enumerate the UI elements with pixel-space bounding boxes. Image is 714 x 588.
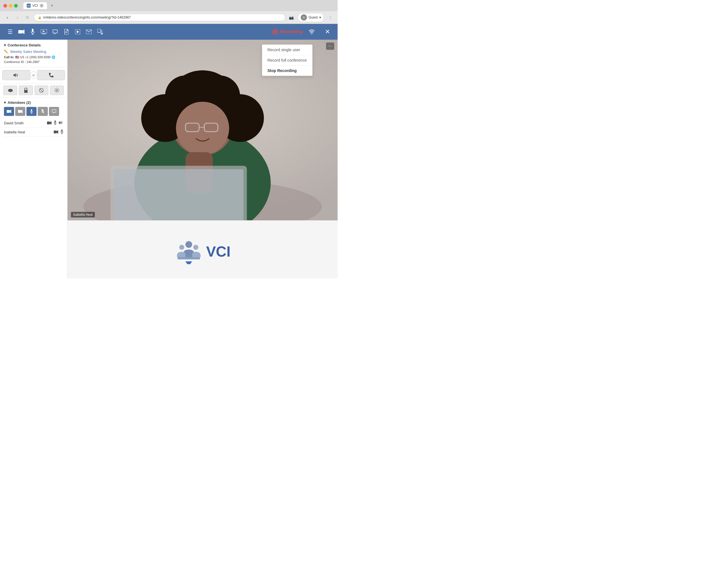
browser-addressbar: ‹ › ↻ 🔒 m4demo.videoconferencinginfo.com… bbox=[0, 11, 338, 24]
svg-marker-13 bbox=[77, 30, 79, 33]
video-toggle-button[interactable] bbox=[16, 26, 27, 37]
svg-marker-34 bbox=[50, 121, 51, 125]
mic-toggle-button[interactable] bbox=[27, 26, 38, 37]
svg-rect-33 bbox=[47, 122, 50, 124]
guest-avatar: G bbox=[301, 14, 307, 21]
attendee-audio-icon[interactable] bbox=[59, 121, 63, 125]
stop-recording-option[interactable]: Stop Recording bbox=[262, 66, 312, 76]
settings-row bbox=[0, 83, 67, 98]
recording-dropdown: Record single user Record full conferenc… bbox=[262, 44, 313, 76]
guest-chevron-icon: ▾ bbox=[319, 16, 321, 19]
chevron-down-icon: ▾ bbox=[4, 43, 6, 47]
svg-rect-28 bbox=[31, 109, 32, 112]
svg-rect-41 bbox=[61, 129, 62, 132]
attendees-chevron-icon: ▾ bbox=[4, 101, 6, 105]
svg-rect-65 bbox=[114, 169, 243, 220]
wifi-icon bbox=[306, 26, 317, 37]
svg-rect-39 bbox=[54, 130, 57, 133]
svg-marker-1 bbox=[22, 29, 24, 34]
document-button[interactable] bbox=[61, 26, 72, 37]
close-window-button[interactable] bbox=[3, 4, 7, 7]
join-button[interactable] bbox=[94, 26, 106, 37]
speaker-button[interactable] bbox=[2, 70, 30, 80]
table-row: David Smith bbox=[4, 119, 63, 128]
attendee-video-icon[interactable] bbox=[54, 130, 58, 134]
tab-favicon: VCI bbox=[27, 4, 31, 7]
svg-rect-19 bbox=[24, 90, 27, 93]
recording-button[interactable]: Recording bbox=[272, 29, 303, 35]
tab-bar: VCI VCI ✕ + bbox=[23, 2, 56, 9]
guest-profile-button[interactable]: G Guest ▾ bbox=[298, 13, 324, 22]
recording-dot-fill bbox=[274, 30, 276, 33]
menu-icon[interactable]: ☰ bbox=[4, 26, 16, 37]
close-button[interactable]: ✕ bbox=[322, 26, 333, 37]
edit-icon: ✏️ bbox=[4, 49, 8, 54]
tab-close-button[interactable]: ✕ bbox=[40, 4, 44, 7]
meeting-title[interactable]: ✏️ Weekly Sales Meeting bbox=[4, 49, 63, 54]
flag-icon: 🇺🇸 bbox=[15, 56, 20, 59]
vci-text: VCI bbox=[206, 243, 231, 260]
browser-actions: 📷 G Guest ▾ ⋮ bbox=[288, 13, 334, 22]
mute-button[interactable] bbox=[35, 86, 48, 95]
app-header: ☰ bbox=[0, 24, 338, 40]
video-all-button[interactable] bbox=[4, 107, 14, 116]
phone-section: or bbox=[0, 67, 67, 83]
svg-point-66 bbox=[185, 241, 192, 248]
chat-all-button[interactable] bbox=[49, 107, 59, 116]
or-badge: or bbox=[30, 71, 37, 79]
guest-label: Guest bbox=[309, 16, 318, 19]
back-button[interactable]: ‹ bbox=[3, 14, 11, 21]
camera-action-button[interactable]: 📷 bbox=[288, 14, 295, 21]
svg-rect-35 bbox=[55, 121, 56, 123]
mic-off-all-button[interactable] bbox=[38, 107, 48, 116]
lock-icon: 🔒 bbox=[38, 16, 41, 19]
new-tab-button[interactable]: + bbox=[49, 2, 56, 9]
video-off-all-button[interactable] bbox=[15, 107, 25, 116]
mic-all-button[interactable] bbox=[26, 107, 37, 116]
url-text: m4demo.videoconferencinginfo.com/meeting… bbox=[43, 16, 131, 19]
play-button[interactable] bbox=[72, 26, 83, 37]
svg-rect-0 bbox=[18, 30, 22, 34]
maximize-window-button[interactable] bbox=[14, 4, 18, 7]
record-full-conference-option[interactable]: Record full conference bbox=[262, 55, 312, 65]
gear-settings-button[interactable] bbox=[50, 86, 64, 95]
svg-marker-70 bbox=[185, 261, 192, 264]
recording-label: Recording bbox=[280, 29, 303, 34]
attendee-mic-icon[interactable] bbox=[54, 121, 57, 126]
conference-details-header[interactable]: ▾ Conference Details bbox=[4, 43, 63, 47]
call-in-number: US +1 (206) 928-9280 bbox=[20, 56, 51, 59]
mail-button[interactable] bbox=[83, 26, 94, 37]
vci-icon bbox=[175, 239, 203, 264]
record-single-user-option[interactable]: Record single user bbox=[262, 45, 312, 55]
conference-details-section: ▾ Conference Details ✏️ Weekly Sales Mee… bbox=[0, 40, 67, 67]
chat-button[interactable] bbox=[49, 26, 61, 37]
bell-button[interactable] bbox=[3, 86, 17, 95]
attendee-mic-icon[interactable] bbox=[61, 129, 63, 135]
video-options-button[interactable]: ··· bbox=[326, 42, 334, 50]
svg-rect-23 bbox=[7, 110, 9, 113]
svg-point-68 bbox=[193, 245, 198, 250]
conference-details-label: Conference Details bbox=[7, 43, 41, 47]
app: ☰ bbox=[0, 24, 338, 278]
recording-indicator bbox=[272, 29, 278, 35]
phone-button[interactable] bbox=[37, 70, 65, 80]
lock-settings-button[interactable] bbox=[19, 86, 33, 95]
attendees-header[interactable]: ▾ Attendees (2) bbox=[4, 101, 63, 105]
forward-button[interactable]: › bbox=[14, 14, 21, 21]
traffic-lights bbox=[3, 4, 18, 7]
svg-point-22 bbox=[56, 89, 58, 91]
video-label: Isabella Heal bbox=[71, 212, 95, 217]
screen-share-button[interactable] bbox=[38, 26, 49, 37]
recording-wrapper: Recording Record single user Record full… bbox=[272, 29, 303, 35]
active-tab[interactable]: VCI VCI ✕ bbox=[23, 2, 47, 9]
svg-point-67 bbox=[179, 245, 184, 250]
minimize-window-button[interactable] bbox=[9, 4, 13, 7]
reload-button[interactable]: ↻ bbox=[24, 14, 31, 21]
attendee-video-icon[interactable] bbox=[47, 121, 51, 125]
browser-menu-button[interactable]: ⋮ bbox=[326, 14, 334, 21]
conf-id-value: 146-2987 bbox=[26, 60, 40, 64]
tab-label: VCI bbox=[33, 4, 38, 7]
address-bar[interactable]: 🔒 m4demo.videoconferencinginfo.com/meeti… bbox=[34, 14, 285, 21]
meeting-title-text: Weekly Sales Meeting bbox=[10, 49, 46, 54]
sidebar: ▾ Conference Details ✏️ Weekly Sales Mee… bbox=[0, 40, 67, 278]
